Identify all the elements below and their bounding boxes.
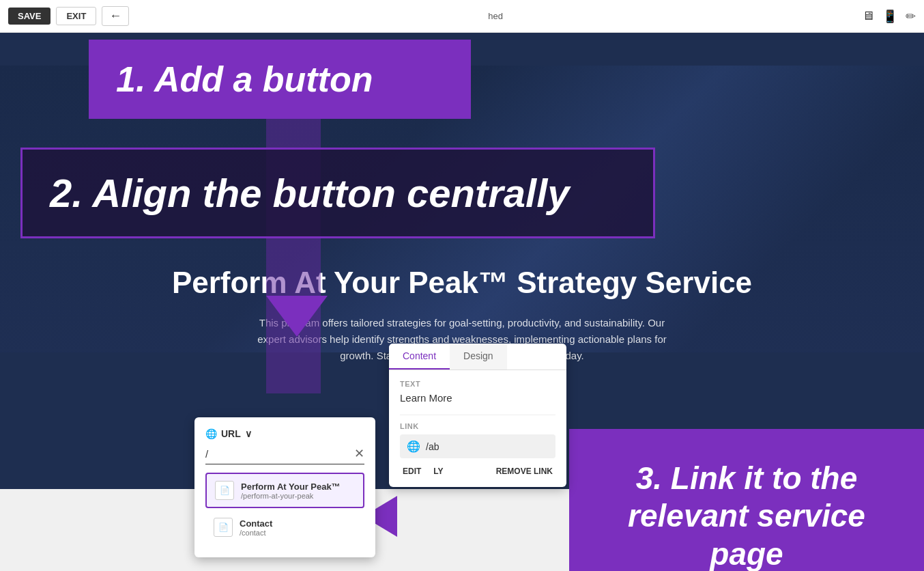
step3-text: 3. Link it to the relevant service page [590,460,904,571]
url-dropdown-icon[interactable]: ∨ [245,428,252,439]
page-icon-contact: 📄 [214,518,233,537]
step2-box: 2. Align the button centrally [20,148,655,238]
page-item-peak[interactable]: 📄 Perform At Your Peak™ /perform-at-your… [205,473,364,508]
step1-text: 1. Add a button [116,59,444,100]
copy-link-button[interactable]: LY [431,465,446,477]
link-label: LINK [400,422,555,430]
panel-body: TEXT Learn More LINK 🌐 /ab EDIT LY REMOV… [389,370,566,487]
text-value: Learn More [400,392,555,404]
url-input-row: ✕ [205,446,364,464]
link-text: /ab [426,441,439,452]
canvas-area: Perform At Your Peak™ Strategy Service T… [0,33,924,571]
panel-divider [400,415,555,415]
url-type-label: URL [221,428,241,439]
url-clear-button[interactable]: ✕ [354,446,364,461]
step2-text: 2. Align the button centrally [50,170,626,216]
text-label: TEXT [400,380,555,388]
view-icons: 🖥 📱 ✏ [862,9,916,24]
mobile-icon[interactable]: 📱 [882,9,897,24]
link-actions: EDIT LY REMOVE LINK [400,465,555,477]
step1-box: 1. Add a button [89,40,471,119]
arrow-down-icon [266,296,328,337]
page-url-peak: /perform-at-your-peak [241,492,341,500]
desktop-icon[interactable]: 🖥 [862,9,874,23]
save-button[interactable]: SAVE [8,8,50,25]
pen-icon[interactable]: ✏ [906,9,916,24]
page-item-contact[interactable]: 📄 Contact /contact [205,511,364,544]
page-name-contact: Contact [240,518,272,529]
exit-button[interactable]: EXIT [56,7,96,25]
toolbar: SAVE EXIT ← hed 🖥 📱 ✏ [0,0,924,33]
back-button[interactable]: ← [102,6,129,26]
link-row: 🌐 /ab [400,434,555,458]
page-info-peak: Perform At Your Peak™ /perform-at-your-p… [241,482,341,500]
hero-title: Perform At Your Peak™ Strategy Service [14,265,910,301]
link-globe-icon: 🌐 [407,440,420,453]
edit-link-button[interactable]: EDIT [400,465,424,477]
content-panel: Content Design TEXT Learn More LINK 🌐 /a… [389,344,566,487]
tab-design[interactable]: Design [450,344,507,370]
url-header: 🌐 URL ∨ [205,428,364,439]
url-panel: 🌐 URL ∨ ✕ 📄 Perform At Your Peak™ /perfo… [194,417,375,557]
panel-tabs: Content Design [389,344,566,370]
page-url-contact: /contact [240,529,272,537]
remove-link-button[interactable]: REMOVE LINK [493,465,555,477]
globe-icon: 🌐 [205,428,217,439]
step3-box: 3. Link it to the relevant service page [569,429,924,571]
page-name-peak: Perform At Your Peak™ [241,482,341,492]
tab-content[interactable]: Content [389,344,450,370]
page-icon-peak: 📄 [215,481,234,500]
publish-status: hed [488,11,503,21]
page-info-contact: Contact /contact [240,518,272,537]
url-input[interactable] [205,448,354,460]
